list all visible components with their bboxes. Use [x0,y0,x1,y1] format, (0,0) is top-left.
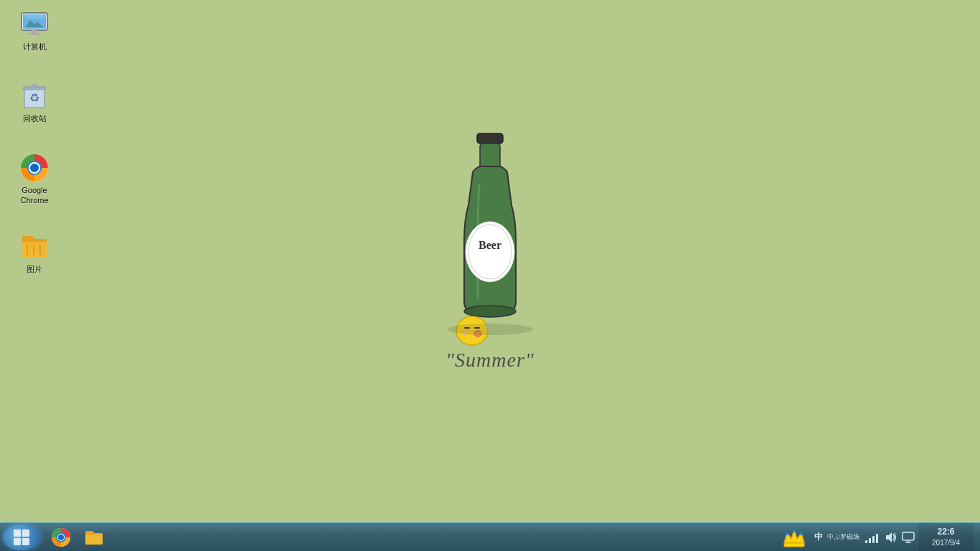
system-tray: 中 中ぷ罗磁场 [781,523,977,551]
signal-bar-1 [865,540,867,543]
svg-rect-41 [85,534,103,545]
svg-rect-5 [29,33,40,35]
svg-marker-47 [886,532,892,542]
taskbar: 中 中ぷ罗磁场 [0,522,980,551]
svg-point-23 [464,306,516,317]
taskbar-chrome[interactable] [46,524,76,550]
desktop: 计算机 ♻ 回收站 [0,0,980,522]
svg-text:Beer: Beer [479,239,501,251]
desktop-icon-chrome[interactable]: Google Chrome [6,151,63,209]
svg-rect-35 [14,538,21,545]
svg-rect-3 [24,14,44,19]
pictures-folder-label: 图片 [27,264,42,274]
svg-rect-8 [32,85,37,88]
svg-point-40 [58,534,64,540]
svg-point-45 [793,529,796,532]
bottle-shadow [447,324,533,335]
clock-date: 2017/9/4 [932,538,960,547]
svg-rect-36 [22,538,29,545]
summer-text: "Summer" [446,349,534,372]
chrome-icon-label: Google Chrome [9,185,60,206]
svg-rect-48 [903,532,914,540]
svg-text:♻: ♻ [29,92,39,104]
svg-rect-14 [22,242,47,258]
clock-area[interactable]: 22:6 2017/9/4 [917,523,974,552]
signal-bars [865,532,878,543]
svg-rect-4 [32,30,37,33]
signal-bar-2 [869,538,871,543]
desktop-icon-pictures[interactable]: 图片 [6,230,63,277]
pictures-folder-icon [20,232,49,261]
svg-rect-18 [477,133,503,143]
cn-text-tray[interactable]: 中ぷ罗磁场 [826,524,861,550]
network-icon[interactable] [861,524,882,550]
recycle-bin-label: 回收站 [23,113,47,123]
crown-notification-area[interactable] [781,524,807,550]
svg-point-44 [786,532,788,535]
computer-icon [20,10,49,39]
svg-point-46 [800,532,803,535]
desktop-icon-computer[interactable]: 计算机 [6,7,63,55]
svg-rect-33 [14,529,21,537]
desktop-icon-recycle[interactable]: ♻ 回收站 [6,79,63,126]
computer-icon-label: 计算机 [23,42,47,52]
svg-rect-34 [22,529,29,537]
svg-point-13 [30,164,39,172]
input-method-indicator[interactable]: 中 [811,524,826,550]
clock-time: 22:6 [937,527,954,538]
taskbar-explorer[interactable] [79,524,109,550]
start-button[interactable] [3,524,40,550]
svg-rect-43 [784,543,804,547]
display-icon[interactable] [900,524,917,550]
recycle-bin-icon: ♻ [20,82,49,110]
signal-bar-4 [876,534,878,543]
chrome-icon [20,154,49,182]
signal-bar-3 [872,536,875,543]
volume-icon[interactable] [882,524,900,550]
svg-point-20 [466,222,514,282]
